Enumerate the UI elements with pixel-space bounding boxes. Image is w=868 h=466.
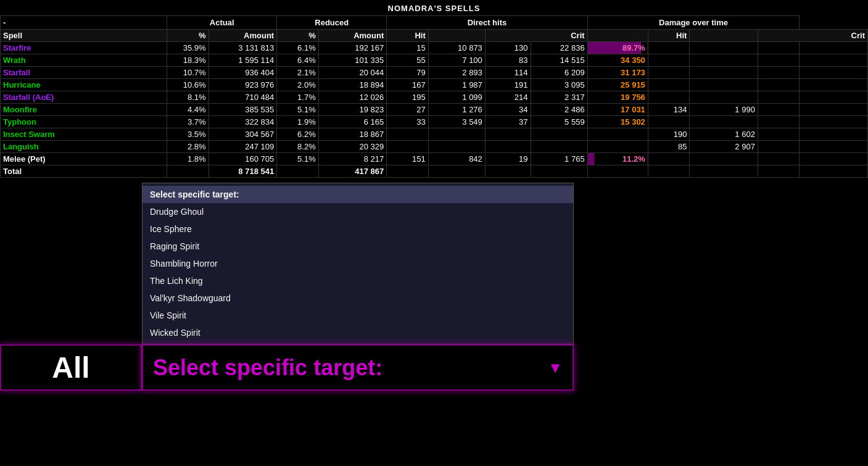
dropdown-items: Drudge GhoulIce SphereRaging SpiritShamb…: [143, 203, 573, 341]
dropdown-item[interactable]: The Lich King: [143, 272, 573, 289]
crit-bar-cell: 11.2%: [587, 153, 648, 165]
dropdown-item[interactable]: Ice Sphere: [143, 220, 573, 238]
dropdown-item[interactable]: Wicked Spirit: [143, 324, 573, 341]
dot-header: Damage over time: [587, 16, 800, 30]
spells-section: NOMADRA'S SPELLS - Actual Reduced Direct…: [0, 0, 868, 178]
select-bar-arrow: ▼: [548, 359, 563, 377]
crit-bar-cell: 34 350: [587, 54, 648, 67]
actual-header: Actual: [167, 16, 277, 30]
crit-bar-cell: [587, 141, 648, 153]
target-dropdown-list[interactable]: Select specific target: Drudge GhoulIce …: [142, 183, 574, 344]
dropdown-item[interactable]: Drudge Ghoul: [143, 203, 573, 220]
sub-header-row: Spell % Amount % Amount Hit Crit Hit Cri…: [1, 30, 868, 42]
target-panel: Select specific target: Drudge GhoulIce …: [142, 183, 574, 391]
bottom-section: All Select specific target: Drudge Ghoul…: [0, 183, 868, 391]
actual-pct-header: %: [167, 30, 209, 42]
hit-header: Hit: [387, 30, 429, 42]
actual-amount-header: Amount: [209, 30, 277, 42]
table-row: Melee (Pet)1.8%160 7055.1%8 217151842191…: [1, 153, 868, 165]
crit-bar-cell: 31 173: [587, 67, 648, 79]
reduced-amount-header: Amount: [318, 30, 387, 42]
crit-bar-cell: 15 302: [587, 116, 648, 128]
dropdown-item[interactable]: Raging Spirit: [143, 238, 573, 255]
dropdown-item[interactable]: Shambling Horror: [143, 255, 573, 272]
dropdown-item[interactable]: Val'kyr Shadowguard: [143, 289, 573, 307]
table-row: Languish2.8%247 1098.2%20 329852 907: [1, 141, 868, 153]
crit-header: Crit: [485, 30, 587, 42]
spell-col-header: Spell: [1, 30, 167, 42]
dash-cell: -: [1, 16, 167, 30]
dot-crit-header: Crit: [758, 30, 867, 42]
dot-hit-header: Hit: [648, 30, 690, 42]
select-bar[interactable]: Select specific target: ▼: [142, 344, 574, 391]
dropdown-header: Select specific target:: [143, 186, 573, 203]
spells-tbody: Starfire35.9%3 131 8136.1%192 1671510 87…: [1, 42, 868, 178]
crit-bar-cell: 25 915: [587, 79, 648, 91]
table-row: Starfall (AoE)8.1%710 4841.7%12 0261951 …: [1, 91, 868, 104]
column-group-header: - Actual Reduced Direct hits Damage over…: [1, 16, 868, 30]
table-row: Starfall10.7%936 4042.1%20 044792 893114…: [1, 67, 868, 79]
dropdown-item[interactable]: Vile Spirit: [143, 307, 573, 324]
all-button-label: All: [52, 351, 89, 385]
crit-bar-cell: 17 031: [587, 104, 648, 116]
crit-bar-header: [587, 30, 648, 42]
spells-table: - Actual Reduced Direct hits Damage over…: [0, 15, 868, 178]
reduced-header: Reduced: [277, 16, 387, 30]
select-bar-text: Select specific target:: [153, 355, 382, 381]
all-button[interactable]: All: [0, 344, 142, 391]
dot-hit-amount-header: [690, 30, 758, 42]
crit-bar-cell: 89.7%: [587, 42, 648, 54]
table-row: Wrath18.3%1 595 1146.4%101 335557 100831…: [1, 54, 868, 67]
table-row: Starfire35.9%3 131 8136.1%192 1671510 87…: [1, 42, 868, 54]
table-row: Moonfire4.4%385 5355.1%19 823271 276342 …: [1, 104, 868, 116]
total-row: Total8 718 541417 867: [1, 165, 868, 178]
page-title: NOMADRA'S SPELLS: [0, 0, 868, 15]
table-row: Hurricane10.6%923 9762.0%18 8941671 9871…: [1, 79, 868, 91]
direct-hits-header: Direct hits: [387, 16, 587, 30]
table-row: Typhoon3.7%322 8341.9%6 165333 549375 55…: [1, 116, 868, 128]
crit-bar-cell: [587, 128, 648, 141]
reduced-pct-header: %: [277, 30, 319, 42]
crit-bar-cell: 19 756: [587, 91, 648, 104]
hit-amount-header: [428, 30, 485, 42]
table-row: Insect Swarm3.5%304 5676.2%18 8671901 60…: [1, 128, 868, 141]
